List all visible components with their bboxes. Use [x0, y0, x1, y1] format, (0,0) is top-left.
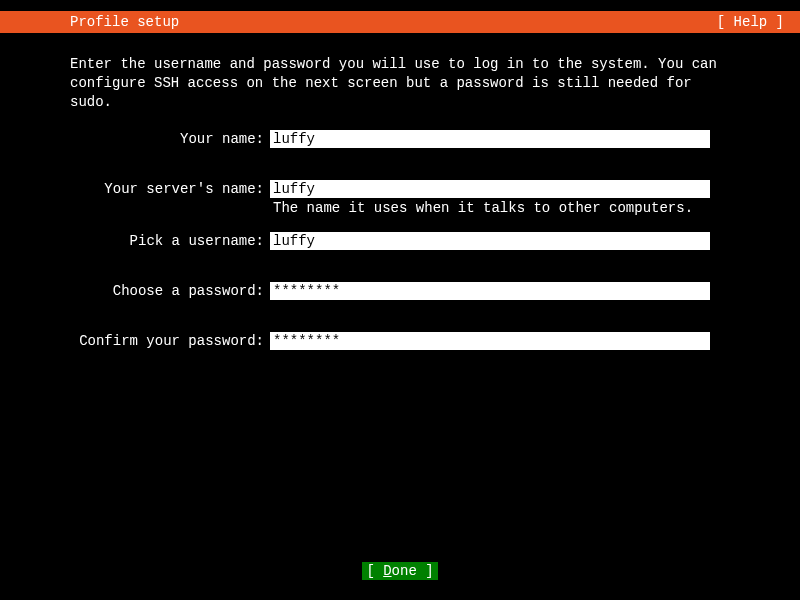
label-password: Choose a password: — [70, 282, 270, 300]
input-confirm-password[interactable] — [270, 332, 710, 350]
row-server-name: Your server's name: The name it uses whe… — [70, 180, 730, 216]
row-password: Choose a password: — [70, 282, 730, 300]
footer: [ Done ] — [0, 562, 800, 580]
row-your-name: Your name: — [70, 130, 730, 148]
input-username[interactable] — [270, 232, 710, 250]
hint-server-name: The name it uses when it talks to other … — [270, 200, 730, 216]
content-area: Enter the username and password you will… — [0, 33, 800, 350]
done-button[interactable]: [ Done ] — [362, 562, 437, 580]
label-username: Pick a username: — [70, 232, 270, 250]
label-your-name: Your name: — [70, 130, 270, 148]
label-server-name: Your server's name: — [70, 180, 270, 198]
header-bar: Profile setup [ Help ] — [0, 11, 800, 33]
intro-text: Enter the username and password you will… — [70, 55, 730, 112]
row-confirm-password: Confirm your password: — [70, 332, 730, 350]
input-your-name[interactable] — [270, 130, 710, 148]
page-title: Profile setup — [12, 14, 179, 30]
label-confirm-password: Confirm your password: — [70, 332, 270, 350]
help-button[interactable]: [ Help ] — [717, 14, 788, 30]
input-password[interactable] — [270, 282, 710, 300]
input-server-name[interactable] — [270, 180, 710, 198]
row-username: Pick a username: — [70, 232, 730, 250]
